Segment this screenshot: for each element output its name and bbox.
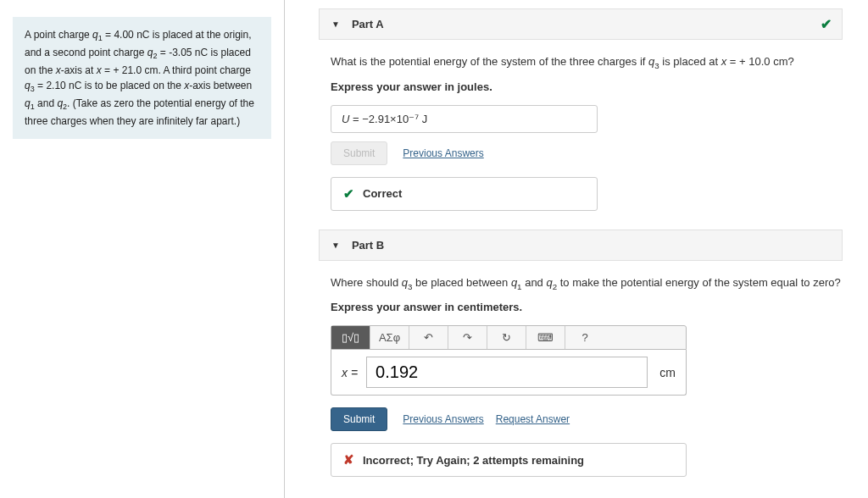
caret-down-icon: ▼ — [331, 19, 340, 29]
keyboard-button[interactable]: ⌨ — [526, 326, 565, 349]
part-a-instruction: Express your answer in joules. — [331, 80, 843, 93]
part-a-label: Part A — [352, 18, 384, 30]
part-a-header[interactable]: ▼ Part A ✔ — [319, 8, 843, 40]
part-b-request-answer-link[interactable]: Request Answer — [496, 413, 570, 425]
part-b-lhs: x = — [342, 366, 358, 379]
part-b-previous-answers-link[interactable]: Previous Answers — [403, 413, 483, 425]
reset-button[interactable]: ↻ — [487, 326, 526, 349]
equation-toolbar: ▯√▯ ΑΣφ ↶ ↷ ↻ ⌨ ? — [331, 325, 687, 350]
part-b-feedback: ✘ Incorrect; Try Again; 2 attempts remai… — [331, 443, 687, 477]
part-b-answer-input[interactable] — [366, 357, 648, 388]
part-a-feedback: ✔ Correct — [331, 177, 598, 211]
problem-statement: A point charge q1 = 4.00 nC is placed at… — [13, 17, 271, 139]
part-b-label: Part B — [352, 239, 384, 252]
part-a-question: What is the potential energy of the syst… — [331, 55, 843, 70]
redo-button[interactable]: ↷ — [448, 326, 487, 349]
undo-button[interactable]: ↶ — [409, 326, 448, 349]
check-icon: ✔ — [343, 186, 354, 202]
x-icon: ✘ — [343, 452, 354, 468]
greek-letters-button[interactable]: ΑΣφ — [370, 326, 409, 349]
part-b-submit-button[interactable]: Submit — [331, 407, 387, 431]
part-b-input-row: x = cm — [331, 350, 687, 396]
caret-down-icon: ▼ — [331, 241, 340, 250]
part-b-question: Where should q3 be placed between q1 and… — [331, 276, 843, 291]
part-a-answer-display: U = −2.91×10⁻⁷ J — [331, 105, 598, 133]
part-b-instruction: Express your answer in centimeters. — [331, 301, 843, 313]
help-button[interactable]: ? — [565, 326, 604, 349]
part-b-unit: cm — [659, 366, 676, 379]
part-a-submit-button: Submit — [331, 141, 387, 165]
part-a-complete-checkmark-icon: ✔ — [821, 16, 832, 32]
templates-button[interactable]: ▯√▯ — [331, 326, 370, 349]
part-a-previous-answers-link[interactable]: Previous Answers — [403, 147, 483, 159]
part-b-header[interactable]: ▼ Part B — [319, 230, 843, 261]
